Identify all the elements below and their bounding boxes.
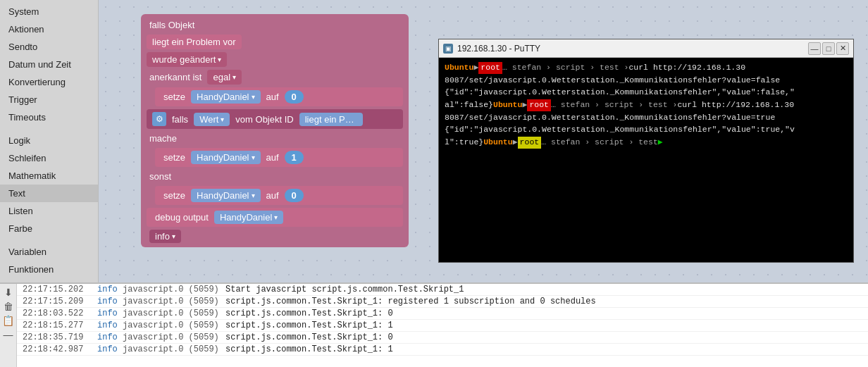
log-level-5: info	[97, 332, 118, 342]
sidebar-item-listen[interactable]: Listen	[0, 202, 98, 220]
egal-dropdown[interactable]: egal	[207, 70, 242, 85]
log-time-6: 22:18:42.987	[23, 344, 93, 354]
putty-close[interactable]: ✕	[836, 42, 849, 55]
term-arrow-2: ▶	[522, 99, 527, 111]
handy-dropdown-3[interactable]: HandyDaniel	[191, 189, 260, 202]
log-source-1: javascript.0 (5059)	[123, 285, 221, 294]
sidebar-item-farbe[interactable]: Farbe	[0, 220, 98, 237]
term-root-2: root	[527, 99, 551, 111]
num-0-sonst[interactable]: 0	[285, 189, 304, 202]
falls-inner-label: falls	[169, 113, 191, 126]
log-source-2: javascript.0 (5059)	[123, 297, 221, 306]
gear-icon[interactable]: ⚙	[152, 112, 166, 126]
sidebar-item-funktionen[interactable]: Funktionen	[0, 261, 98, 278]
handy-dropdown-2[interactable]: HandyDaniel	[191, 151, 260, 164]
sidebar-item-sendto[interactable]: Sendto	[0, 38, 98, 56]
setze-label-3: setze	[161, 189, 188, 202]
log-row-1: 22:17:15.202 info javascript.0 (5059) St…	[17, 284, 868, 296]
log-row-4: 22:18:15.277 info javascript.0 (5059) sc…	[17, 320, 868, 332]
log-msg-1: Start javascript script.js.common.Test.S…	[225, 285, 862, 294]
log-time-4: 22:18:15.277	[23, 321, 93, 330]
log-copy-icon[interactable]: 📋	[2, 315, 14, 326]
log-more-icon[interactable]: —	[4, 329, 13, 340]
log-source-4: javascript.0 (5059)	[123, 321, 221, 330]
log-side-icons: ⬇ 🗑 📋 —	[0, 284, 17, 367]
block-row-sonst: sonst	[147, 170, 403, 183]
handy-dropdown-1[interactable]: HandyDaniel	[191, 90, 260, 104]
auf-label-1: auf	[264, 90, 282, 104]
block-debug: debug output HandyDaniel	[147, 208, 403, 227]
log-row-6: 22:18:42.987 info javascript.0 (5059) sc…	[17, 344, 868, 356]
setze-label-2: setze	[161, 151, 188, 164]
block-row-liegt: liegt ein Problem vor	[147, 35, 403, 49]
sidebar-item-datum[interactable]: Datum und Zeit	[0, 56, 98, 73]
liegt-block[interactable]: liegt ein Problem vor	[147, 35, 242, 49]
log-download-icon[interactable]: ⬇	[4, 287, 13, 298]
term-cmd-2: 8087/set/javascript.0.Wetterstation._Kom…	[445, 75, 780, 87]
block-if-row: ⚙ falls Wert vom Objekt ID liegt ein Pro…	[147, 109, 403, 129]
log-time-5: 22:18:35.719	[23, 332, 93, 342]
block-setze-1: setze HandyDaniel auf 1	[155, 148, 403, 167]
block-falls-objekt[interactable]: falls Objekt liegt ein Problem vor wurde…	[141, 14, 409, 247]
term-path-1: … stefan › script › test ›	[502, 62, 628, 74]
term-ubuntu-2: Ubuntu	[493, 99, 522, 111]
term-arrow-3: ▶	[513, 137, 518, 149]
log-level-1: info	[97, 285, 118, 294]
handy-dropdown-4[interactable]: HandyDaniel	[214, 211, 283, 224]
log-row-3: 22:18:03.522 info javascript.0 (5059) sc…	[17, 308, 868, 320]
log-level-3: info	[97, 309, 118, 318]
term-json-end-2: l":true}	[445, 137, 483, 149]
num-0[interactable]: 0	[285, 90, 304, 104]
term-cmd-4: 8087/set/javascript.0.Wetterstation._Kom…	[445, 112, 775, 124]
info-dropdown[interactable]: info	[149, 230, 181, 243]
log-entries: 22:17:15.202 info javascript.0 (5059) St…	[17, 284, 868, 367]
log-time-1: 22:17:15.202	[23, 285, 93, 294]
log-row-5: 22:18:35.719 info javascript.0 (5059) sc…	[17, 332, 868, 344]
sidebar-item-mathematik[interactable]: Mathematik	[0, 167, 98, 185]
wert-dropdown[interactable]: Wert	[194, 113, 230, 126]
term-path-2: … stefan › script › test ›	[551, 99, 677, 111]
sidebar-item-logik[interactable]: Logik	[0, 132, 98, 149]
liegt-probe[interactable]: liegt ein Prob	[299, 113, 363, 126]
putty-title: 192.168.1.30 - PuTTY	[457, 44, 540, 54]
term-line-1: Ubuntu ▶ root … stefan › script › test ›…	[445, 62, 848, 74]
sidebar-item-konvertierung[interactable]: Konvertierung	[0, 73, 98, 91]
putty-restore[interactable]: □	[822, 42, 835, 55]
log-level-4: info	[97, 321, 118, 330]
putty-controls: — □ ✕	[808, 42, 849, 55]
wurde-dropdown[interactable]: wurde geändert	[147, 52, 227, 67]
sidebar-divider-2	[0, 237, 98, 243]
falls-objekt-label: falls Objekt	[147, 18, 197, 32]
block-row-mache: mache	[147, 132, 403, 145]
putty-icon: ▣	[443, 44, 453, 54]
term-line-2: 8087/set/javascript.0.Wetterstation._Kom…	[445, 75, 848, 87]
sidebar: System Aktionen Sendto Datum und Zeit Ko…	[0, 0, 99, 282]
sidebar-item-schleifen[interactable]: Schleifen	[0, 149, 98, 167]
term-root-1: root	[478, 62, 502, 74]
block-setze-0: setze HandyDaniel auf 0	[155, 87, 403, 106]
anerkannt-label: anerkannt ist	[147, 70, 204, 84]
putty-minimize[interactable]: —	[808, 42, 821, 55]
mache-label: mache	[147, 132, 180, 145]
log-source-6: javascript.0 (5059)	[123, 344, 221, 354]
log-level-6: info	[97, 344, 118, 354]
num-1[interactable]: 1	[285, 151, 304, 164]
block-row-wurde: wurde geändert	[147, 52, 403, 67]
sidebar-item-aktionen[interactable]: Aktionen	[0, 20, 98, 38]
log-msg-2: script.js.common.Test.Skript_1: register…	[225, 297, 862, 306]
sonst-label: sonst	[147, 170, 174, 183]
block-info-row: info	[147, 230, 403, 243]
log-delete-icon[interactable]: 🗑	[4, 301, 13, 312]
term-cmd-3: curl http://192.168.1.30	[677, 99, 794, 111]
term-line-3: {"id":"javascript.0.Wetterstation._Kommu…	[445, 87, 848, 99]
term-json-2: {"id":"javascript.0.Wetterstation._Kommu…	[445, 124, 795, 136]
sidebar-item-text[interactable]: Text	[0, 185, 98, 202]
putty-window: ▣ 192.168.1.30 - PuTTY — □ ✕ Ubuntu ▶ ro…	[438, 39, 854, 263]
sidebar-item-timeouts[interactable]: Timeouts	[0, 108, 98, 126]
sidebar-item-system[interactable]: System	[0, 3, 98, 20]
term-line-5: 8087/set/javascript.0.Wetterstation._Kom…	[445, 112, 848, 124]
auf-label-3: auf	[264, 189, 282, 202]
sidebar-item-trigger[interactable]: Trigger	[0, 91, 98, 108]
sidebar-item-variablen[interactable]: Variablen	[0, 243, 98, 261]
term-json-end-1: al":false}	[445, 99, 493, 111]
